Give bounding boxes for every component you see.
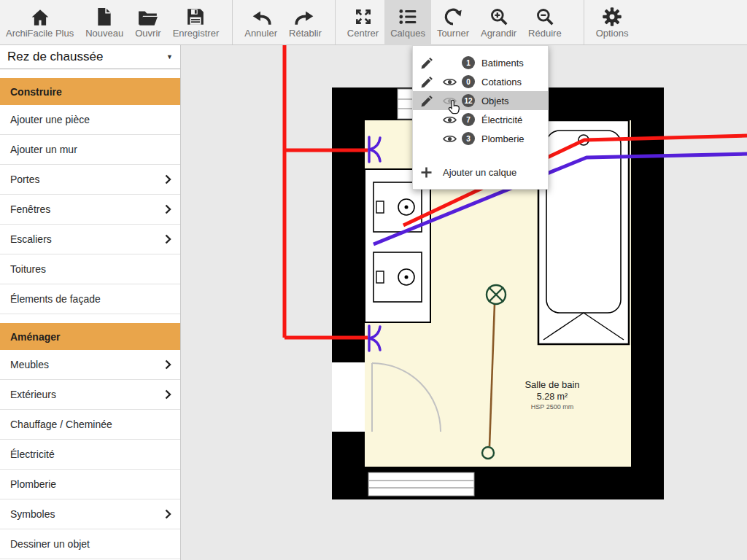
toolbar-button-calques[interactable]: Calques bbox=[384, 0, 431, 45]
layer-row-batiments[interactable]: 1 Batiments bbox=[413, 53, 548, 72]
toolbar-button-options[interactable]: Options bbox=[590, 0, 635, 45]
toolbar-button-label: Enregistrer bbox=[173, 28, 220, 39]
toolbar-button-agrandir[interactable]: Agrandir bbox=[475, 0, 522, 45]
sidebar-item-label: Plomberie bbox=[10, 478, 56, 490]
toolbar-button-annuler[interactable]: Annuler bbox=[239, 0, 283, 45]
toolbar-group-view: Centrer Calques Tourner Agrandir bbox=[335, 0, 568, 44]
sidebar-item-label: Fenêtres bbox=[10, 203, 50, 215]
toggle-visibility-eye-icon[interactable] bbox=[443, 96, 462, 106]
edit-layer-pencil-icon[interactable] bbox=[421, 76, 443, 88]
sidebar: Rez de chaussée ▼ Construire Ajouter une… bbox=[0, 45, 181, 560]
room-area-text: 5.28 m² bbox=[537, 392, 568, 402]
sidebar-item-chauffage-cheminee[interactable]: Chauffage / Cheminée bbox=[0, 410, 180, 440]
add-layer-button[interactable]: Ajouter un calque bbox=[413, 163, 548, 182]
light-switch[interactable] bbox=[482, 447, 494, 459]
new-file-icon bbox=[96, 7, 112, 26]
sidebar-spacer bbox=[0, 69, 180, 78]
open-folder-icon bbox=[138, 7, 158, 26]
sidebar-item-label: Escaliers bbox=[10, 233, 52, 245]
toolbar-button-label: Calques bbox=[390, 28, 425, 39]
toolbar-button-reduire[interactable]: Réduire bbox=[522, 0, 568, 45]
sidebar-spacer bbox=[0, 314, 180, 323]
edit-layer-pencil-icon[interactable] bbox=[421, 95, 443, 107]
zoom-in-icon bbox=[489, 7, 508, 26]
layer-count-badge: 12 bbox=[462, 94, 475, 107]
sidebar-item-portes[interactable]: Portes bbox=[0, 165, 180, 195]
sidebar-item-escaliers[interactable]: Escaliers bbox=[0, 225, 180, 254]
toggle-visibility-eye-icon[interactable] bbox=[443, 77, 462, 87]
sidebar-item-label: Portes bbox=[10, 174, 39, 185]
toolbar-button-label: Nouveau bbox=[85, 28, 123, 39]
redo-icon bbox=[295, 7, 315, 26]
floor-selector-dropdown[interactable]: Rez de chaussée ▼ bbox=[0, 45, 180, 69]
toggle-visibility-eye-icon[interactable] bbox=[443, 115, 462, 125]
sidebar-item-symboles[interactable]: Symboles bbox=[0, 499, 180, 529]
toggle-visibility-eye-icon[interactable] bbox=[443, 134, 462, 144]
save-icon bbox=[186, 7, 205, 26]
sidebar-item-meubles[interactable]: Meubles bbox=[0, 350, 180, 380]
section-header-amenager: Aménager bbox=[0, 323, 180, 350]
sidebar-item-label: Symboles bbox=[10, 508, 55, 520]
app-window: ArchiFacile Plus Nouveau Ouvrir Enregist… bbox=[0, 0, 747, 560]
sidebar-item-label: Chauffage / Cheminée bbox=[10, 419, 112, 430]
toolbar-button-tourner[interactable]: Tourner bbox=[431, 0, 475, 45]
floor-selector-value: Rez de chaussée bbox=[7, 50, 103, 64]
section-header-construire: Construire bbox=[0, 78, 180, 105]
center-fit-icon bbox=[354, 7, 373, 26]
layer-row-plomberie[interactable]: 3 Plomberie bbox=[413, 129, 548, 148]
sidebar-item-toitures[interactable]: Toitures bbox=[0, 254, 180, 284]
layer-row-cotations[interactable]: 0 Cotations bbox=[413, 72, 548, 91]
edit-layer-pencil-icon[interactable] bbox=[421, 57, 443, 69]
chevron-right-icon bbox=[165, 359, 171, 370]
layers-dropdown-panel: 1 Batiments 0 Cotations 12 Objets 7 Élec… bbox=[412, 45, 549, 190]
drawing-canvas[interactable]: Salle de bain 5.28 m² HSP 2500 mm 1 Bati… bbox=[181, 45, 747, 560]
sidebar-item-elements-de-facade[interactable]: Élements de façade bbox=[0, 284, 180, 314]
sidebar-item-label: Ajouter une pièce bbox=[10, 114, 90, 125]
layer-label: Plomberie bbox=[481, 133, 525, 144]
layer-count-badge: 0 bbox=[462, 75, 475, 88]
layers-list-icon bbox=[398, 7, 417, 26]
room-ceiling-text: HSP 2500 mm bbox=[531, 403, 573, 411]
toolbar-group-options: Options bbox=[584, 0, 635, 44]
toolbar-button-ouvrir[interactable]: Ouvrir bbox=[129, 0, 166, 45]
sidebar-item-ajouter-un-mur[interactable]: Ajouter un mur bbox=[0, 135, 180, 165]
sidebar-item-label: Toitures bbox=[10, 263, 46, 275]
layer-label: Batiments bbox=[481, 58, 524, 69]
chevron-right-icon bbox=[165, 234, 171, 244]
layer-label: Électricité bbox=[481, 114, 522, 125]
chevron-right-icon bbox=[165, 389, 171, 400]
sidebar-item-exterieurs[interactable]: Extérieurs bbox=[0, 380, 180, 410]
layer-count-badge: 3 bbox=[462, 132, 475, 145]
toolbar-group-file: ArchiFacile Plus Nouveau Ouvrir Enregist… bbox=[0, 0, 225, 44]
zoom-out-icon bbox=[535, 7, 554, 26]
toolbar-group-history: Annuler Rétablir bbox=[232, 0, 328, 44]
toolbar-button-centrer[interactable]: Centrer bbox=[341, 0, 384, 45]
toolbar-button-label: Tourner bbox=[437, 28, 469, 39]
toolbar-button-label: ArchiFacile Plus bbox=[6, 28, 74, 39]
sidebar-item-plomberie[interactable]: Plomberie bbox=[0, 470, 180, 499]
undo-icon bbox=[251, 7, 271, 26]
home-icon bbox=[31, 7, 50, 26]
toolbar-button-archifacile-plus[interactable]: ArchiFacile Plus bbox=[0, 0, 80, 45]
toolbar-button-retablir[interactable]: Rétablir bbox=[283, 0, 328, 45]
toolbar-button-label: Réduire bbox=[528, 28, 562, 39]
chevron-right-icon bbox=[165, 509, 171, 519]
toolbar-button-label: Centrer bbox=[347, 28, 379, 39]
sidebar-item-electricite[interactable]: Électricité bbox=[0, 440, 180, 470]
sidebar-item-dessiner-un-objet[interactable]: Dessiner un objet bbox=[0, 529, 180, 559]
sidebar-item-label: Dessiner un objet bbox=[10, 538, 90, 550]
layer-label: Cotations bbox=[481, 77, 522, 88]
toolbar-button-nouveau[interactable]: Nouveau bbox=[80, 0, 129, 45]
toolbar-button-enregistrer[interactable]: Enregistrer bbox=[167, 0, 225, 45]
sidebar-item-label: Élements de façade bbox=[10, 293, 101, 305]
layer-row-electricite[interactable]: 7 Électricité bbox=[413, 110, 548, 129]
sidebar-item-fenetres[interactable]: Fenêtres bbox=[0, 195, 180, 225]
add-layer-label: Ajouter un calque bbox=[443, 167, 516, 178]
gear-icon bbox=[603, 7, 622, 26]
layer-label: Objets bbox=[481, 96, 509, 106]
sidebar-item-ajouter-une-piece[interactable]: Ajouter une pièce bbox=[0, 105, 180, 135]
layer-row-objets[interactable]: 12 Objets bbox=[413, 91, 548, 110]
window-bottom[interactable] bbox=[368, 472, 474, 496]
plus-icon bbox=[421, 167, 443, 178]
room-name-text: Salle de bain bbox=[525, 379, 579, 390]
